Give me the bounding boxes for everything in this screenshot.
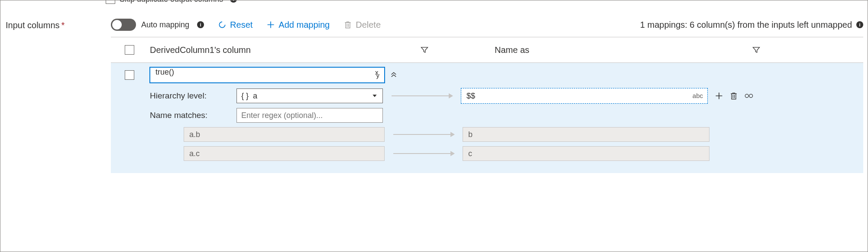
svg-point-1 [749, 94, 753, 98]
name-matches-label: Name matches: [150, 111, 236, 120]
arrow-icon [392, 95, 452, 96]
auto-mapping-toggle[interactable] [111, 19, 136, 31]
string-type-badge: abc [693, 92, 703, 99]
grid-header-col1: DerivedColumn1's column [150, 45, 429, 55]
trash-icon [343, 20, 352, 29]
select-all-checkbox[interactable] [125, 45, 134, 55]
chevron-double-up-icon [390, 70, 398, 78]
add-rule-button[interactable] [715, 92, 723, 100]
add-mapping-button[interactable]: Add mapping [266, 20, 330, 30]
delete-rule-button[interactable] [729, 92, 738, 100]
grid-header-col1-label: DerivedColumn1's column [150, 45, 420, 55]
match-expression-input[interactable]: true() xy [150, 67, 385, 83]
auto-mapping-label: Auto mapping [141, 20, 189, 29]
arrow-icon [393, 153, 454, 154]
example-mapping-row: a.b b [184, 127, 859, 142]
match-expression-value: true() [155, 68, 174, 76]
mapping-arrow [383, 95, 461, 96]
example-source: a.c [184, 146, 385, 161]
filter-icon[interactable] [420, 46, 429, 54]
delete-button: Delete [343, 20, 381, 30]
field-grid: Hierarchy level: { } a $$ [150, 88, 859, 123]
name-matches-row: Name matches: [150, 108, 859, 123]
link-rule-button[interactable] [744, 92, 754, 100]
delete-label: Delete [356, 20, 381, 30]
plus-icon [266, 20, 275, 29]
mapping-status-text: 1 mappings: 6 column(s) from the inputs … [640, 20, 852, 30]
row-actions [715, 92, 754, 100]
hierarchy-level-label: Hierarchy level: [150, 91, 236, 101]
auto-mapping-toggle-group: Auto mapping i [111, 19, 204, 31]
mapping-arrow [385, 134, 463, 135]
mapping-toolbar: Auto mapping i Reset Add mapping [111, 13, 863, 37]
hierarchy-level-row: Hierarchy level: { } a $$ [150, 88, 859, 104]
grid-header-col2: Name as [495, 45, 761, 55]
chevron-down-icon [371, 92, 378, 101]
expression-builder-icon[interactable]: xy [375, 70, 380, 78]
mapping-status: 1 mappings: 6 column(s) from the inputs … [640, 20, 863, 30]
select-all-checkbox-wrap [125, 45, 134, 55]
hierarchy-level-select[interactable]: { } a [236, 88, 383, 103]
mapping-arrow [385, 153, 463, 154]
name-matches-input[interactable] [236, 108, 383, 123]
name-as-input[interactable]: $$ abc [461, 88, 708, 104]
reset-label: Reset [230, 20, 253, 30]
arrow-icon [393, 134, 454, 135]
settings-panel-frame: Skip duplicate output columns i Input co… [0, 0, 868, 252]
collapse-icon[interactable] [390, 70, 398, 80]
row-checkbox-wrap [125, 70, 134, 80]
filter-icon[interactable] [752, 46, 761, 54]
row-select-checkbox[interactable] [125, 70, 134, 80]
hierarchy-braces-icon: { } [241, 92, 249, 101]
skip-duplicate-checkbox[interactable] [106, 0, 115, 4]
example-mapping-row: a.c c [184, 146, 859, 161]
reset-button[interactable]: Reset [218, 20, 253, 30]
example-source: a.b [184, 127, 385, 142]
svg-point-0 [745, 94, 748, 98]
hierarchy-level-value: a [253, 92, 257, 101]
example-target: c [463, 146, 709, 161]
toggle-knob [112, 20, 122, 29]
skip-duplicate-label: Skip duplicate output columns [120, 0, 223, 4]
required-asterisk: * [62, 20, 65, 30]
info-icon[interactable]: i [856, 21, 863, 28]
info-icon[interactable]: i [230, 0, 237, 3]
add-mapping-label: Add mapping [279, 20, 330, 30]
mapping-area: Auto mapping i Reset Add mapping [111, 13, 868, 173]
plus-icon [715, 92, 723, 100]
mapping-grid-header: DerivedColumn1's column Name as [111, 37, 863, 62]
name-as-value: $$ [466, 92, 475, 101]
reset-icon [218, 20, 227, 29]
input-columns-section: Input columns* Auto mapping i [0, 13, 868, 173]
link-icon [744, 92, 754, 100]
section-label-cell: Input columns* [0, 13, 111, 30]
example-target: b [463, 127, 709, 142]
skip-duplicate-option: Skip duplicate output columns i [106, 0, 237, 4]
mapping-rule-body: true() xy Hierarchy level: [111, 62, 863, 173]
trash-icon [729, 92, 738, 100]
mapping-rule-top-row: true() xy [125, 67, 859, 83]
input-columns-label: Input columns [6, 20, 60, 30]
info-icon[interactable]: i [197, 21, 204, 28]
grid-header-col2-label: Name as [495, 45, 752, 55]
